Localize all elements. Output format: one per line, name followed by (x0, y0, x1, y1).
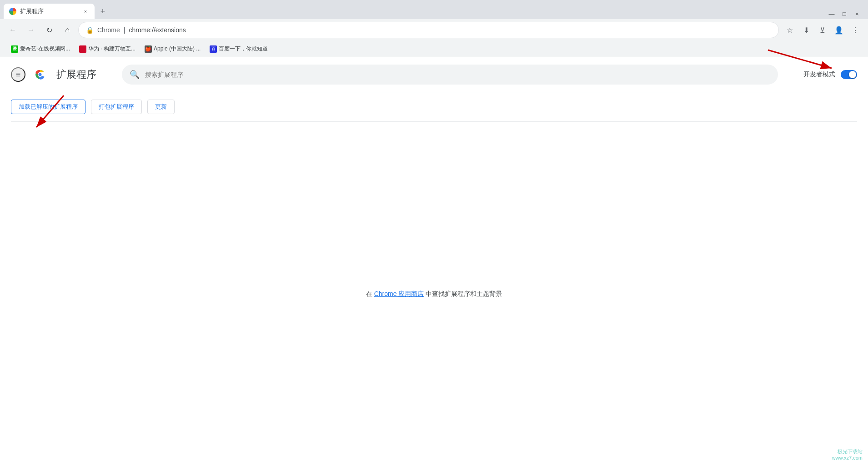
tab-bar: 扩展程序 × + — □ × (0, 0, 868, 19)
address-text: chrome://extensions (129, 26, 771, 34)
menu-button[interactable]: ⋮ (848, 23, 863, 37)
developer-mode-section: 开发者模式 (803, 70, 857, 79)
close-window-button[interactable]: × (852, 8, 863, 19)
search-input[interactable] (145, 71, 770, 78)
empty-state-text: 在 Chrome 应用商店 中查找扩展程序和主题背景 (366, 290, 502, 298)
minimize-button[interactable]: — (826, 8, 837, 19)
dev-mode-toggle[interactable] (841, 70, 857, 79)
dev-mode-label: 开发者模式 (803, 70, 835, 79)
apple-icon: 🍎 (145, 45, 152, 53)
forward-button[interactable]: → (24, 23, 38, 37)
back-button[interactable]: ← (5, 23, 20, 37)
empty-state: 在 Chrome 应用商店 中查找扩展程序和主题背景 (0, 122, 868, 466)
site-name-label: Chrome (97, 26, 120, 34)
iqiyi-icon: 爱 (11, 45, 18, 53)
bookmark-huawei-label: 华为 · 构建万物互... (88, 45, 135, 53)
bookmark-iqiyi-label: 爱奇艺-在线视频网... (20, 45, 70, 53)
bookmark-huawei[interactable]: 华为 · 构建万物互... (75, 43, 139, 55)
bookmark-baidu[interactable]: 百 百度一下，你就知道 (206, 43, 271, 55)
tab-bar-left: 扩展程序 × + (0, 4, 109, 19)
watermark-line1: 极光下载站 (832, 448, 863, 455)
security-icon: 🔒 (86, 26, 94, 34)
update-button[interactable]: 更新 (147, 100, 175, 114)
bookmark-apple[interactable]: 🍎 Apple (中国大陆) ... (141, 43, 204, 55)
download-button[interactable]: ⬇ (799, 23, 813, 37)
tab-favicon (9, 8, 16, 15)
svg-point-2 (39, 73, 42, 76)
bookmarks-bar: 爱 爱奇艺-在线视频网... 华为 · 构建万物互... 🍎 Apple (中国… (0, 41, 868, 57)
tab-close-button[interactable]: × (82, 8, 89, 15)
empty-state-prefix: 在 (366, 290, 372, 297)
home-button[interactable]: ⌂ (60, 23, 75, 37)
chrome-logo-icon (33, 67, 47, 82)
address-bar[interactable]: 🔒 Chrome | chrome://extensions (78, 22, 779, 38)
bookmark-baidu-label: 百度一下，你就知道 (219, 45, 268, 53)
window-controls: — □ × (109, 8, 868, 19)
page-content: ≡ 扩展程序 🔍 开发者模式 (0, 57, 868, 466)
reload-button[interactable]: ↻ (42, 23, 56, 37)
baidu-icon: 百 (210, 45, 217, 53)
active-tab[interactable]: 扩展程序 × (4, 4, 95, 19)
profile-button[interactable]: 👤 (832, 23, 846, 37)
new-tab-button[interactable]: + (96, 5, 109, 18)
bookmark-apple-label: Apple (中国大陆) ... (154, 45, 201, 53)
hamburger-menu-button[interactable]: ≡ (11, 67, 25, 82)
toggle-knob (849, 71, 856, 78)
search-bar[interactable]: 🔍 (122, 65, 778, 85)
huawei-icon (79, 45, 86, 53)
tab-title: 扩展程序 (20, 7, 78, 15)
nav-right-buttons: ☆ ⬇ ⊻ 👤 ⋮ (783, 23, 863, 37)
maximize-button[interactable]: □ (839, 8, 850, 19)
bookmark-button[interactable]: ☆ (783, 23, 797, 37)
navigation-bar: ← → ↻ ⌂ 🔒 Chrome | chrome://extensions ☆… (0, 19, 868, 41)
bookmark-iqiyi[interactable]: 爱 爱奇艺-在线视频网... (7, 43, 74, 55)
pack-extension-button[interactable]: 打包扩展程序 (91, 100, 142, 114)
watermark: 极光下载站 www.xz7.com (832, 448, 863, 461)
load-unpacked-button[interactable]: 加载已解压的扩展程序 (11, 100, 85, 114)
action-buttons-row: 加载已解压的扩展程序 打包扩展程序 更新 (0, 92, 868, 121)
empty-state-suffix: 中查找扩展程序和主题背景 (426, 290, 502, 297)
tab-search-button[interactable]: ⊻ (815, 23, 830, 37)
chrome-store-link[interactable]: Chrome 应用商店 (374, 290, 424, 297)
page-title: 扩展程序 (56, 68, 96, 81)
search-icon: 🔍 (130, 70, 140, 80)
watermark-line2: www.xz7.com (832, 455, 863, 461)
extensions-header: ≡ 扩展程序 🔍 开发者模式 (0, 57, 868, 92)
